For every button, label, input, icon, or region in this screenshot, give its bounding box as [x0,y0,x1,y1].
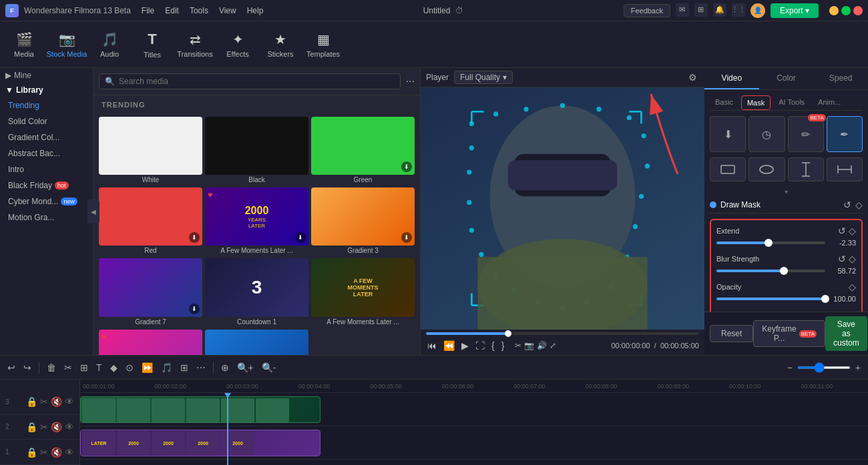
play-button[interactable]: ▶ [460,339,470,352]
blur-thumb[interactable] [780,267,788,275]
tl-audio-button[interactable]: 🎵 [159,360,174,375]
media-item-red[interactable]: ⬇ [99,187,202,246]
sidebar-item-motion-graphics[interactable]: Motion Gra... [0,209,93,225]
search-input[interactable] [119,77,395,86]
track-clip-video[interactable] [80,396,320,423]
media-item-gradient7[interactable]: ⬇ [99,258,202,316]
media-item-moments2[interactable]: A FEW MOMENTS LATER [311,258,415,316]
media-item-white[interactable] [99,117,202,175]
mask-import-button[interactable]: ⬇ [710,116,746,152]
track-lock-icon-2[interactable]: 🔒 [26,422,37,432]
tl-more-button[interactable]: ⋯ [194,360,208,375]
media-item-black[interactable] [205,117,308,175]
tl-undo-button[interactable]: ↩ [5,360,17,375]
sidebar-library[interactable]: ▼ Library [0,83,93,97]
media-item-green[interactable]: ⬇ [311,117,415,175]
menu-tools[interactable]: Tools [190,6,208,15]
shape-rect[interactable] [710,157,746,181]
sidebar-item-black-friday[interactable]: Black Friday hot [0,177,93,193]
shape-ellipse[interactable] [748,157,785,181]
reset-button[interactable]: Reset [710,325,753,342]
keyframe-button[interactable]: Keyframe P... BETA [753,320,825,347]
toolbar-templates[interactable]: ▦ Templates [302,25,345,65]
layout-icon[interactable]: ⊞ [694,3,708,17]
track-eye-icon-3[interactable]: 👁 [65,396,74,407]
extend-keyframe-icon[interactable]: ◇ [849,225,856,236]
toolbar-media[interactable]: 🎬 Media [3,25,45,65]
tl-snap-button[interactable]: ⊕ [219,360,231,375]
toolbar-stickers[interactable]: ★ Stickers [259,25,302,65]
toolbar-audio[interactable]: 🎵 Audio [88,25,131,65]
expand-indicator[interactable]: ▾ [710,187,863,197]
skip-back-button[interactable]: ⏮ [426,339,438,352]
zoom-plus[interactable]: + [853,360,863,375]
subtab-mask[interactable]: Mask [741,95,771,110]
media-more-button[interactable]: ··· [406,75,415,87]
menu-edit[interactable]: Edit [165,6,179,15]
tl-text-button[interactable]: T [94,360,104,375]
shape-line-horiz[interactable] [827,157,863,181]
track-cut-icon-3[interactable]: ✂ [40,396,48,407]
blur-keyframe-icon[interactable]: ◇ [849,254,856,264]
toolbar-titles[interactable]: T Titles [131,25,174,65]
sidebar-item-gradient-color[interactable]: Gradient Col... [0,129,93,145]
mask-draw-button[interactable]: ✒ [827,116,863,152]
fullscreen-button[interactable]: ⛶ [474,339,486,352]
track-mute-icon-2[interactable]: 🔇 [51,422,62,432]
tl-zoom-out-button[interactable]: 🔍- [260,360,278,375]
quality-selector[interactable]: Full Quality ▾ [454,71,513,84]
opacity-keyframe-icon[interactable]: ◇ [849,282,856,292]
zoom-minus[interactable]: − [785,360,795,375]
player-settings-icon[interactable]: ⚙ [686,71,699,84]
tl-speed-button[interactable]: ⏩ [140,360,155,375]
extend-slider[interactable] [716,242,825,244]
sidebar-item-abstract-bg[interactable]: Abstract Bac... [0,145,93,161]
export-button[interactable]: Export ▾ [771,3,819,18]
tl-delete-button[interactable]: 🗑 [45,360,58,375]
subtab-anim[interactable]: Anim... [813,95,846,110]
step-back-button[interactable]: ⏪ [442,339,456,352]
sidebar-item-trending[interactable]: Trending [0,97,93,113]
track-clip-media[interactable]: LATER 2000 2000 2000 2000 [80,430,320,456]
save-custom-button[interactable]: Save as custom [825,316,867,351]
media-item-pink[interactable]: ♥ [99,330,202,355]
tab-speed[interactable]: Speed [813,68,868,89]
sidebar-collapse-button[interactable]: ◀ [87,199,99,223]
extend-reset-icon[interactable]: ↺ [838,225,846,236]
toolbar-effects[interactable]: ✦ Effects [216,25,259,65]
tl-keyframe-button[interactable]: ◆ [108,360,120,375]
sidebar-item-solid-color[interactable]: Solid Color [0,113,93,129]
clip-icon[interactable]: ✂ [515,341,521,350]
mask-pen-button[interactable]: ✏ BETA [788,116,824,152]
volume-icon[interactable]: 🔊 [537,341,547,350]
menu-help[interactable]: Help [247,6,264,15]
mask-circle-button[interactable]: ◷ [748,116,785,152]
message-icon[interactable]: ✉ [676,3,689,17]
tl-cut-button[interactable]: ✂ [62,360,74,375]
playhead[interactable] [227,393,228,465]
toolbar-stock-media[interactable]: 📷 Stock Media [45,25,88,65]
blur-reset-icon[interactable]: ↺ [838,254,846,264]
track-mute-icon-1[interactable]: 🔇 [51,447,62,458]
media-item-countdown[interactable]: 3 [205,258,308,316]
minimize-button[interactable] [829,6,839,15]
expand-icon[interactable]: ⤢ [550,341,556,350]
progress-bar[interactable] [426,332,699,335]
track-eye-icon-2[interactable]: 👁 [65,422,74,432]
opacity-slider[interactable] [716,298,825,300]
menu-file[interactable]: File [142,6,154,15]
blur-slider[interactable] [716,270,825,272]
notification-icon[interactable]: 🔔 [713,3,726,17]
shape-line-vert[interactable] [788,157,824,181]
toolbar-transitions[interactable]: ⇄ Transitions [174,25,216,65]
close-button[interactable] [853,6,863,15]
tl-zoom-in-button[interactable]: 🔍+ [235,360,256,375]
reset-icon[interactable]: ↺ [843,199,851,210]
zoom-slider[interactable] [797,366,851,369]
tl-group-button[interactable]: ⊞ [178,360,190,375]
extend-thumb[interactable] [765,239,773,247]
track-lock-icon-3[interactable]: 🔒 [26,396,37,407]
media-item-moments[interactable]: 2000 YEARS LATER ♥ ⬇ [205,187,308,246]
track-mute-icon-3[interactable]: 🔇 [51,396,62,407]
user-avatar[interactable]: 👤 [750,3,765,18]
